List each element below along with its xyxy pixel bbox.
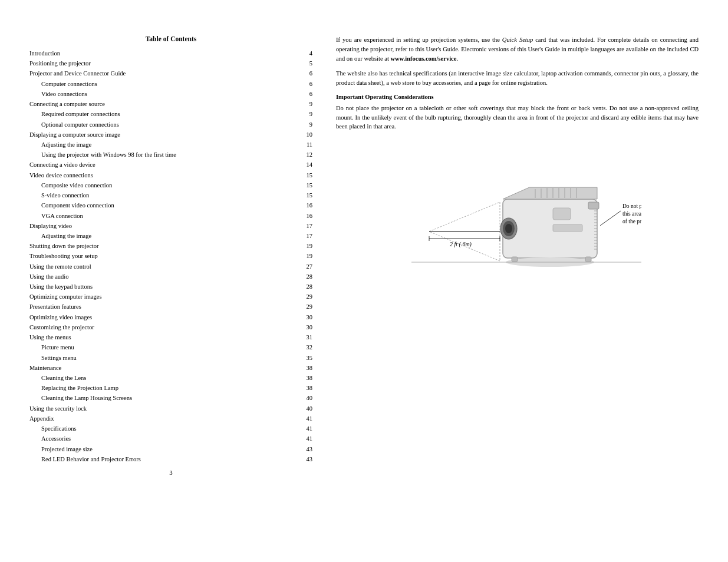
toc-row: Introduction4: [29, 48, 312, 58]
toc-row: Specifications41: [29, 424, 312, 434]
toc-entry-label: Appendix: [29, 414, 295, 424]
toc-entry-page: 6: [295, 89, 312, 99]
toc-row: Troubleshooting your setup19: [29, 251, 312, 261]
toc-entry-label: S-video connection: [29, 190, 295, 200]
toc-section: Table of Contents Introduction4Positioni…: [29, 35, 312, 527]
toc-entry-page: 6: [295, 79, 312, 89]
toc-row: Positioning the projector5: [29, 58, 312, 68]
toc-entry-page: 38: [295, 363, 312, 373]
toc-row: Using the remote control27: [29, 262, 312, 272]
toc-row: Accessories41: [29, 434, 312, 444]
toc-entry-page: 31: [295, 332, 312, 342]
toc-entry-label: Using the projector with Windows 98 for …: [29, 150, 295, 160]
toc-entry-page: 27: [295, 262, 312, 272]
svg-point-10: [505, 224, 512, 233]
toc-entry-page: 17: [295, 221, 312, 231]
toc-row: Cleaning the Lens38: [29, 373, 312, 383]
toc-entry-label: Composite video connection: [29, 180, 295, 190]
toc-row: Optimizing video images30: [29, 312, 312, 322]
toc-entry-label: Using the keypad buttons: [29, 282, 295, 292]
toc-row: Video device connections15: [29, 170, 312, 180]
toc-entry-page: 11: [295, 140, 312, 150]
toc-entry-page: 19: [295, 241, 312, 251]
toc-row: Using the security lock40: [29, 404, 312, 414]
toc-entry-label: Adjusting the image: [29, 140, 295, 150]
toc-entry-label: Shutting down the projector: [29, 241, 295, 251]
toc-entry-label: VGA connection: [29, 211, 295, 221]
toc-entry-page: 9: [295, 120, 312, 130]
svg-line-38: [600, 211, 621, 226]
projector-illustration: 2 ft (.6m): [336, 143, 699, 320]
right-content: If you are experienced in setting up pro…: [336, 35, 699, 527]
toc-row: Projected image size43: [29, 444, 312, 454]
toc-entry-page: 15: [295, 180, 312, 190]
website-link: www.infocus.com/service: [390, 55, 456, 62]
toc-row: Displaying a computer source image10: [29, 130, 312, 140]
svg-rect-35: [553, 208, 571, 220]
toc-entry-label: Connecting a computer source: [29, 99, 295, 109]
toc-entry-label: Video connections: [29, 89, 295, 99]
toc-entry-label: Customizing the projector: [29, 322, 295, 332]
toc-row: Connecting a computer source9: [29, 99, 312, 109]
toc-entry-label: Using the menus: [29, 332, 295, 342]
toc-entry-page: 14: [295, 160, 312, 170]
projector-svg: 2 ft (.6m): [394, 149, 641, 314]
toc-entry-page: 16: [295, 200, 312, 210]
toc-entry-page: 41: [295, 424, 312, 434]
toc-row: Composite video connection15: [29, 180, 312, 190]
toc-row: Video connections6: [29, 89, 312, 99]
safety-paragraph: Do not place the projector on a tableclo…: [336, 104, 699, 131]
toc-row: Computer connections6: [29, 79, 312, 89]
toc-entry-label: Using the audio: [29, 272, 295, 282]
toc-row: Customizing the projector30: [29, 322, 312, 332]
toc-entry-label: Optimizing video images: [29, 312, 295, 322]
toc-row: Presentation features29: [29, 302, 312, 312]
toc-entry-label: Replacing the Projection Lamp: [29, 383, 295, 393]
toc-entry-label: Cleaning the Lamp Housing Screens: [29, 393, 295, 403]
page-number: 3: [29, 469, 312, 476]
toc-entry-label: Required computer connections: [29, 109, 295, 119]
toc-entry-label: Cleaning the Lens: [29, 373, 295, 383]
toc-entry-label: Optional computer connections: [29, 120, 295, 130]
toc-title: Table of Contents: [29, 35, 312, 42]
toc-entry-label: Using the security lock: [29, 404, 295, 414]
svg-text:of the projector: of the projector: [622, 219, 641, 224]
toc-entry-page: 17: [295, 231, 312, 241]
toc-row: Settings menu35: [29, 353, 312, 363]
toc-row: Maintenance38: [29, 363, 312, 373]
toc-row: Red LED Behavior and Projector Errors43: [29, 454, 312, 464]
toc-entry-label: Projector and Device Connector Guide: [29, 68, 295, 78]
toc-row: Adjusting the image17: [29, 231, 312, 241]
toc-row: Using the keypad buttons28: [29, 282, 312, 292]
toc-entry-label: Accessories: [29, 434, 295, 444]
toc-entry-label: Displaying a computer source image: [29, 130, 295, 140]
svg-rect-36: [553, 224, 582, 232]
toc-entry-label: Settings menu: [29, 353, 295, 363]
toc-entry-page: 43: [295, 454, 312, 464]
toc-entry-label: Troubleshooting your setup: [29, 251, 295, 261]
toc-entry-page: 32: [295, 342, 312, 352]
toc-row: Required computer connections9: [29, 109, 312, 119]
toc-entry-page: 41: [295, 434, 312, 444]
toc-row: Appendix41: [29, 414, 312, 424]
toc-entry-label: Specifications: [29, 424, 295, 434]
toc-entry-label: Projected image size: [29, 444, 295, 454]
toc-row: Shutting down the projector19: [29, 241, 312, 251]
toc-row: S-video connection15: [29, 190, 312, 200]
toc-entry-label: Introduction: [29, 48, 295, 58]
toc-entry-page: 30: [295, 312, 312, 322]
toc-entry-label: Optimizing computer images: [29, 292, 295, 302]
svg-rect-44: [585, 257, 591, 262]
toc-entry-label: Positioning the projector: [29, 58, 295, 68]
toc-entry-label: Video device connections: [29, 170, 295, 180]
toc-entry-label: Connecting a video device: [29, 160, 295, 170]
svg-marker-7: [503, 187, 597, 199]
toc-entry-label: Picture menu: [29, 342, 295, 352]
toc-entry-label: Using the remote control: [29, 262, 295, 272]
svg-text:this area in front: this area in front: [622, 211, 641, 217]
toc-entry-page: 41: [295, 414, 312, 424]
toc-entry-label: Displaying video: [29, 221, 295, 231]
toc-row: Picture menu32: [29, 342, 312, 352]
toc-entry-page: 10: [295, 130, 312, 140]
toc-entry-page: 29: [295, 292, 312, 302]
